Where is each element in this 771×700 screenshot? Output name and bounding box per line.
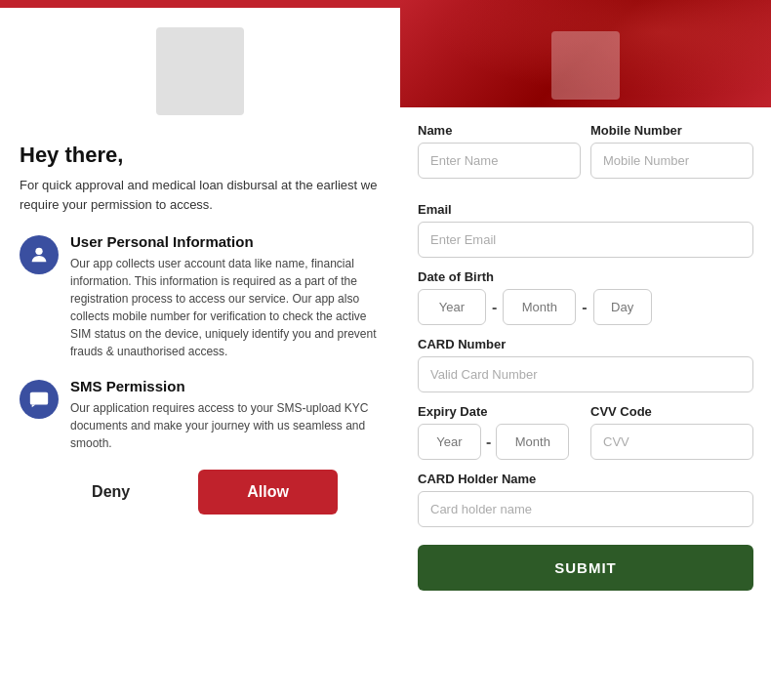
cvv-input[interactable] — [590, 424, 753, 460]
permission-item-user: User Personal Information Our app collec… — [20, 233, 381, 360]
card-number-label: CARD Number — [418, 337, 753, 351]
name-group: Name — [418, 123, 581, 179]
expiry-cvv-row: Expiry Date - CVV Code — [418, 404, 753, 460]
svg-rect-1 — [30, 392, 48, 405]
right-panel: Name Mobile Number Email Date of Birth -… — [400, 0, 771, 700]
logo-placeholder — [156, 27, 244, 115]
email-group: Email — [418, 202, 753, 258]
name-input[interactable] — [418, 143, 581, 179]
greeting-title: Hey there, — [20, 143, 381, 168]
cvv-group: CVV Code — [590, 404, 753, 460]
person-icon — [28, 244, 50, 266]
mobile-label: Mobile Number — [590, 123, 753, 138]
left-content: Hey there, For quick approval and medica… — [0, 125, 400, 534]
user-permission-desc: Our app collects user account data like … — [70, 255, 381, 360]
user-permission-title: User Personal Information — [70, 233, 381, 250]
dob-month-input[interactable] — [503, 289, 576, 325]
submit-button[interactable]: SUBMIT — [418, 545, 753, 591]
right-logo — [551, 31, 620, 100]
dob-day-input[interactable] — [593, 289, 652, 325]
card-holder-group: CARD Holder Name — [418, 472, 753, 527]
dob-group: Date of Birth - - — [418, 269, 753, 325]
card-number-group: CARD Number — [418, 337, 753, 392]
sms-permission-desc: Our application requires access to your … — [70, 399, 381, 452]
top-bar — [0, 0, 400, 8]
card-number-input[interactable] — [418, 356, 753, 392]
registration-form: Name Mobile Number Email Date of Birth -… — [400, 107, 771, 700]
deny-button[interactable]: Deny — [62, 472, 159, 513]
sms-permission-text: SMS Permission Our application requires … — [70, 378, 381, 452]
card-holder-input[interactable] — [418, 491, 753, 527]
permission-item-sms: SMS Permission Our application requires … — [20, 378, 381, 452]
logo-area — [0, 8, 400, 125]
mobile-input[interactable] — [590, 143, 753, 179]
dob-sep-2: - — [582, 299, 587, 316]
chat-icon — [28, 389, 50, 410]
expiry-group: Expiry Date - — [418, 404, 581, 460]
dob-label: Date of Birth — [418, 269, 753, 284]
dob-year-input[interactable] — [418, 289, 486, 325]
user-permission-text: User Personal Information Our app collec… — [70, 233, 381, 360]
action-buttons: Deny Allow — [20, 470, 381, 515]
subtitle-text: For quick approval and medical loan disb… — [20, 176, 381, 214]
name-label: Name — [418, 123, 581, 138]
right-banner — [400, 0, 771, 107]
email-label: Email — [418, 202, 753, 217]
mobile-group: Mobile Number — [590, 123, 753, 179]
expiry-sep: - — [486, 433, 491, 451]
left-panel: Hey there, For quick approval and medica… — [0, 0, 400, 700]
name-mobile-row: Name Mobile Number — [418, 123, 753, 190]
expiry-label: Expiry Date — [418, 404, 581, 419]
expiry-month-input[interactable] — [496, 424, 569, 460]
expiry-year-input[interactable] — [418, 424, 481, 460]
svg-point-0 — [35, 248, 42, 255]
cvv-label: CVV Code — [590, 404, 753, 419]
email-input[interactable] — [418, 222, 753, 258]
expiry-inputs: - — [418, 424, 581, 460]
sms-icon-circle — [20, 380, 59, 419]
user-icon-circle — [20, 235, 59, 274]
dob-sep-1: - — [492, 299, 497, 316]
dob-row: - - — [418, 289, 753, 325]
sms-permission-title: SMS Permission — [70, 378, 381, 394]
allow-button[interactable]: Allow — [198, 470, 338, 515]
card-holder-label: CARD Holder Name — [418, 472, 753, 486]
